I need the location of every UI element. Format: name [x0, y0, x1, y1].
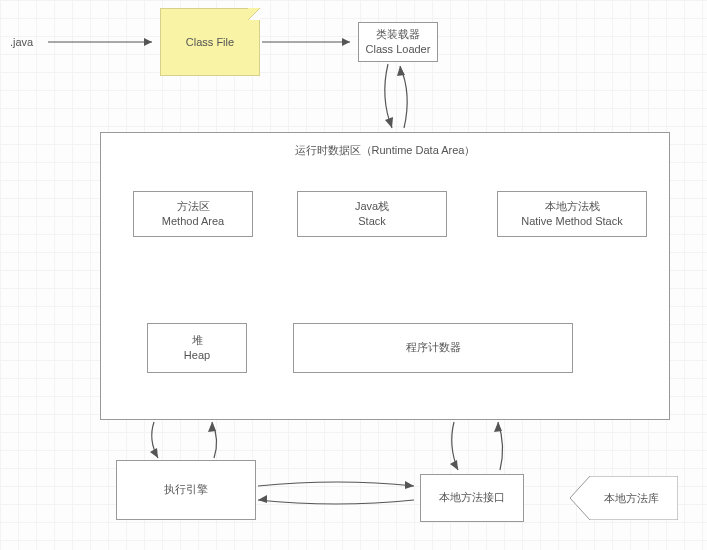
- heap-cn: 堆: [192, 333, 203, 348]
- class-loader-box: 类装载器 Class Loader: [358, 22, 438, 62]
- runtime-data-area: 运行时数据区（Runtime Data Area） 方法区 Method Are…: [100, 132, 670, 420]
- svg-marker-8: [494, 422, 502, 432]
- class-file-note: Class File: [160, 8, 260, 76]
- svg-marker-7: [450, 460, 458, 470]
- heap-en: Heap: [184, 348, 210, 363]
- java-stack-cn: Java栈: [355, 199, 389, 214]
- svg-marker-1: [144, 38, 152, 46]
- native-interface-box: 本地方法接口: [420, 474, 524, 522]
- native-lib-arrow: 本地方法库: [570, 476, 678, 520]
- method-area-cn: 方法区: [177, 199, 210, 214]
- runtime-area-title: 运行时数据区（Runtime Data Area）: [101, 143, 669, 158]
- svg-marker-4: [397, 66, 405, 76]
- method-area-en: Method Area: [162, 214, 224, 229]
- java-source-label: .java: [10, 36, 33, 48]
- native-stack-en: Native Method Stack: [521, 214, 623, 229]
- runtime-area-title-text: 运行时数据区（Runtime Data Area）: [295, 144, 476, 156]
- svg-marker-10: [258, 495, 267, 503]
- svg-marker-6: [208, 422, 216, 432]
- svg-marker-5: [150, 448, 158, 458]
- svg-marker-9: [405, 481, 414, 489]
- svg-marker-3: [385, 117, 393, 128]
- class-loader-cn: 类装载器: [376, 27, 420, 42]
- class-loader-en: Class Loader: [366, 42, 431, 57]
- method-area-box: 方法区 Method Area: [133, 191, 253, 237]
- java-source-text: .java: [10, 36, 33, 48]
- native-interface-text: 本地方法接口: [439, 490, 505, 505]
- native-stack-cn: 本地方法栈: [545, 199, 600, 214]
- svg-marker-2: [342, 38, 350, 46]
- java-stack-box: Java栈 Stack: [297, 191, 447, 237]
- exec-engine-box: 执行引擎: [116, 460, 256, 520]
- class-file-text: Class File: [186, 36, 234, 48]
- pc-register-box: 程序计数器: [293, 323, 573, 373]
- heap-box: 堆 Heap: [147, 323, 247, 373]
- exec-engine-text: 执行引擎: [164, 482, 208, 497]
- native-lib-text: 本地方法库: [604, 491, 659, 506]
- native-stack-box: 本地方法栈 Native Method Stack: [497, 191, 647, 237]
- pc-register-text: 程序计数器: [406, 340, 461, 355]
- java-stack-en: Stack: [358, 214, 386, 229]
